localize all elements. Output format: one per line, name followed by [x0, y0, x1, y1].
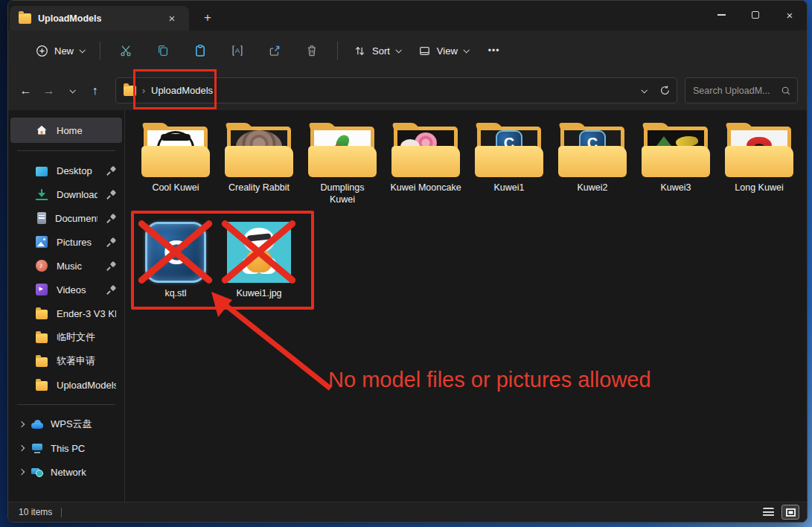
pin-icon [106, 285, 116, 295]
close-button[interactable]: × [773, 1, 807, 29]
sidebar-item-uploadmodels[interactable]: UploadModels [10, 373, 122, 397]
new-tab-button[interactable]: + [195, 7, 220, 28]
sidebar-item-item[interactable]: 临时文件 [10, 325, 122, 349]
folder-name: Kuwei3 [661, 182, 691, 194]
sidebar-item-home[interactable]: Home [10, 118, 122, 143]
view-icon [418, 45, 431, 57]
chevron-down-icon [463, 47, 469, 53]
sidebar-item-label: 临时文件 [57, 330, 95, 344]
search-box[interactable] [685, 77, 798, 103]
sort-button-label: Sort [372, 45, 390, 57]
annotation-note: No model files or pictures allowed [328, 368, 651, 392]
folder-icon [36, 310, 48, 319]
sidebar-item-label: This PC [51, 443, 85, 454]
folder-icon [124, 86, 136, 96]
tab-title: UploadModels [38, 13, 156, 24]
sidebar-item-item[interactable]: 软著申请 [10, 349, 122, 373]
sidebar-item-network[interactable]: Network [19, 460, 122, 484]
minimize-button[interactable] [704, 1, 738, 29]
new-button[interactable]: New [28, 39, 92, 63]
folder-item-cool-kuwei[interactable]: Cool Kuwei [134, 124, 217, 205]
cloud-icon [31, 418, 43, 430]
tab-uploadmodels[interactable]: UploadModels × [10, 6, 189, 31]
large-icons-icon [786, 508, 796, 517]
sidebar-item-wps[interactable]: WPS云盘 [19, 412, 122, 436]
paste-icon [194, 44, 207, 57]
sidebar-item-this-pc[interactable]: This PC [19, 436, 122, 460]
large-icons-view-button[interactable] [781, 505, 799, 520]
refresh-icon[interactable] [659, 85, 671, 96]
sidebar-item-documents[interactable]: Documents [10, 206, 122, 230]
sidebar-item-pictures[interactable]: Pictures [10, 230, 122, 254]
new-button-label: New [54, 45, 74, 57]
command-bar: New A Sort [8, 31, 807, 71]
view-button-label: View [437, 45, 458, 57]
sidebar-item-label: Pictures [57, 237, 92, 248]
file-explorer-window: UploadModels × + × New A [7, 0, 808, 523]
folder-item-creality-rabbit[interactable]: Creality Rabbit [217, 124, 301, 205]
folder-item-long-kuwei[interactable]: Long Kuwei [717, 124, 801, 205]
address-dropdown-icon[interactable] [641, 87, 647, 93]
sidebar-item-videos[interactable]: Videos [10, 278, 122, 301]
downloads-icon [36, 188, 48, 200]
chevron-right-icon[interactable] [19, 421, 25, 427]
sort-arrows-icon [354, 45, 366, 57]
sidebar-item-desktop[interactable]: Desktop [10, 159, 122, 182]
breadcrumb-path[interactable]: UploadModels [151, 85, 636, 96]
sidebar-item-label: Documents [55, 213, 97, 224]
view-button[interactable]: View [410, 39, 476, 63]
folder-item-kuwei-mooncake[interactable]: Kuwei Mooncake [384, 124, 467, 205]
back-button[interactable]: ← [14, 79, 37, 103]
network-icon [31, 466, 43, 478]
folder-name: Long Kuwei [735, 182, 783, 194]
address-bar[interactable]: › UploadModels [115, 77, 677, 103]
folder-item-kuwei1[interactable]: C Kuwei1 [467, 124, 551, 205]
divider [61, 508, 62, 517]
file-item-kuwei1-jpg[interactable]: Kuwei1.jpg [217, 222, 301, 300]
sidebar-item-downloads[interactable]: Downloads [10, 182, 122, 206]
folder-icon: C [475, 124, 543, 177]
recent-locations-button[interactable] [60, 79, 83, 103]
paste-button[interactable] [182, 37, 218, 64]
divider [17, 150, 115, 151]
sidebar-item-label: UploadModels [57, 380, 116, 391]
file-item-kq-stl[interactable]: C kq.stl [134, 222, 217, 300]
sidebar-item-ender-3-v3-ke-f005[interactable]: Ender-3 V3 KE(F005 [10, 301, 122, 325]
sort-button[interactable]: Sort [345, 39, 409, 63]
sidebar-item-label: 软著申请 [57, 354, 95, 368]
sidebar-item-label: WPS云盘 [51, 418, 92, 431]
pc-icon [31, 442, 43, 454]
search-input[interactable] [693, 86, 781, 96]
address-row: ← → ↑ › UploadModels [8, 71, 807, 110]
annotation-arrow [205, 290, 339, 395]
forward-button[interactable]: → [37, 79, 60, 103]
maximize-button[interactable] [738, 1, 773, 29]
folder-icon [36, 333, 48, 343]
rename-button[interactable]: A [220, 37, 255, 64]
navigation-pane: Home Desktop Downloads Documents Picture… [8, 110, 125, 502]
folder-item-kuwei3[interactable]: Kuwei3 [634, 124, 717, 205]
copy-button[interactable] [145, 37, 181, 64]
share-button[interactable] [257, 37, 292, 64]
sidebar-item-music[interactable]: Music [10, 254, 122, 278]
folder-icon [391, 124, 460, 177]
cut-button[interactable] [108, 37, 144, 64]
folder-name: Cool Kuwei [152, 182, 199, 194]
delete-button[interactable] [294, 37, 330, 64]
chevron-right-icon[interactable] [19, 445, 25, 451]
folder-icon [308, 124, 377, 177]
pin-icon [106, 166, 116, 176]
see-more-button[interactable]: ••• [478, 45, 511, 56]
up-button[interactable]: ↑ [83, 79, 106, 103]
chevron-right-icon[interactable] [19, 469, 25, 475]
folder-item-dumplings-kuwei[interactable]: Dumplings Kuwei [301, 124, 384, 205]
details-view-button[interactable] [759, 505, 777, 520]
rename-icon: A [231, 44, 244, 57]
scissors-icon [119, 44, 132, 57]
tab-close-icon[interactable]: × [162, 10, 182, 28]
folder-icon [725, 124, 793, 177]
folder-name: Creality Rabbit [228, 182, 290, 194]
divider [337, 42, 338, 60]
folder-item-kuwei2[interactable]: C Kuwei2 [551, 124, 634, 205]
files-view[interactable]: Cool Kuwei Creality Rabbit Dumplings Kuw… [125, 110, 807, 502]
